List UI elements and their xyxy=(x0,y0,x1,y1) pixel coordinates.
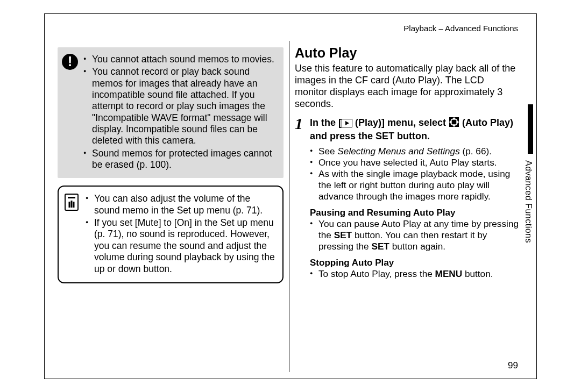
pause-bullets: You can pause Auto Play at any time by p… xyxy=(310,218,519,252)
page-frame: Playback – Advanced Functions 99 Advance… xyxy=(44,13,537,379)
play-menu-icon xyxy=(342,118,352,131)
text: (p. 66). xyxy=(460,146,492,156)
list-item: If you set [Mute] to [On] in the Set up … xyxy=(86,217,276,275)
warning-list: You cannot attach sound memos to movies.… xyxy=(83,54,277,170)
list-item: You can pause Auto Play at any time by p… xyxy=(310,218,519,252)
list-item: You cannot record or play back sound mem… xyxy=(83,66,277,146)
section-heading: Auto Play xyxy=(295,45,519,61)
text: button again. xyxy=(389,241,445,252)
list-item: To stop Auto Play, press the MENU button… xyxy=(310,268,519,280)
side-tab-marker xyxy=(528,104,533,154)
list-item: As with the single image playback mode, … xyxy=(310,168,519,202)
list-item: Sound memos for protected images cannot … xyxy=(83,148,277,171)
subheading-pause: Pausing and Resuming Auto Play xyxy=(310,208,519,218)
list-item: You can also adjust the volume of the so… xyxy=(86,193,276,216)
page-header: Playback – Advanced Functions xyxy=(403,24,518,33)
column-divider xyxy=(289,41,289,372)
button-ref: SET xyxy=(371,241,389,252)
right-column: Auto Play Use this feature to automatica… xyxy=(295,45,519,285)
subheading-stop: Stopping Auto Play xyxy=(310,258,519,268)
svg-marker-6 xyxy=(345,121,349,125)
list-item: See Selecting Menus and Settings (p. 66)… xyxy=(310,146,519,157)
page-number: 99 xyxy=(508,360,518,371)
text: button. xyxy=(462,268,493,279)
step-1: 1 In the [ (Play)] menu, select (Auto Pl… xyxy=(295,117,519,142)
button-ref: MENU xyxy=(435,268,463,279)
intro-text: Use this feature to automatically play b… xyxy=(295,63,519,110)
text: See xyxy=(318,146,337,156)
warning-icon: ! xyxy=(62,54,78,70)
side-tab: Advanced Functions xyxy=(521,104,533,271)
note-list: You can also adjust the volume of the so… xyxy=(86,193,276,274)
warning-box: ! You cannot attach sound memos to movie… xyxy=(58,47,284,178)
step-number: 1 xyxy=(295,113,303,134)
step-bullets: See Selecting Menus and Settings (p. 66)… xyxy=(310,146,519,202)
note-icon xyxy=(64,193,79,214)
autoplay-icon xyxy=(449,117,459,131)
list-item: You cannot attach sound memos to movies. xyxy=(83,54,277,65)
left-column: ! You cannot attach sound memos to movie… xyxy=(58,47,284,283)
step-text-pre: In the [ xyxy=(310,117,342,128)
stop-bullets: To stop Auto Play, press the MENU button… xyxy=(310,268,519,280)
reference-italic: Selecting Menus and Settings xyxy=(337,146,459,156)
list-item: Once you have selected it, Auto Play sta… xyxy=(310,157,519,168)
text: To stop Auto Play, press the xyxy=(318,268,435,279)
svg-rect-1 xyxy=(68,197,75,198)
note-box: You can also adjust the volume of the so… xyxy=(58,186,284,283)
button-ref: SET xyxy=(334,230,352,240)
side-tab-label: Advanced Functions xyxy=(523,160,533,243)
step-text-mid: (Play)] menu, select xyxy=(352,117,449,128)
